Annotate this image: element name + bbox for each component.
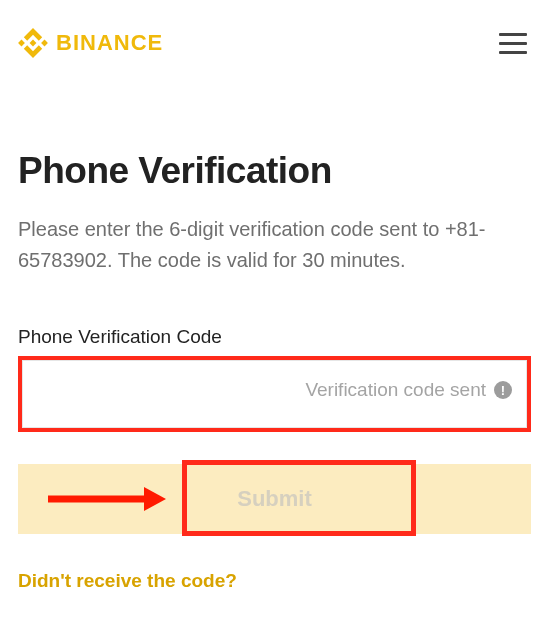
code-sent-status: Verification code sent [305,379,486,401]
header: BINANCE [0,0,549,58]
page-title: Phone Verification [18,150,531,192]
logo-text: BINANCE [56,30,163,56]
page-description: Please enter the 6-digit verification co… [18,214,531,276]
verification-code-input[interactable] [37,380,297,401]
menu-icon[interactable] [495,29,531,58]
submit-zone: Submit [18,464,531,534]
code-input-container: Verification code sent ! [22,360,527,428]
resend-code-link[interactable]: Didn't receive the code? [18,570,237,592]
logo[interactable]: BINANCE [18,28,163,58]
field-label: Phone Verification Code [18,326,531,348]
info-icon: ! [494,381,512,399]
code-input-highlight: Verification code sent ! [18,356,531,432]
submit-button[interactable]: Submit [18,464,531,534]
main-content: Phone Verification Please enter the 6-di… [0,150,549,592]
binance-logo-icon [18,28,48,58]
